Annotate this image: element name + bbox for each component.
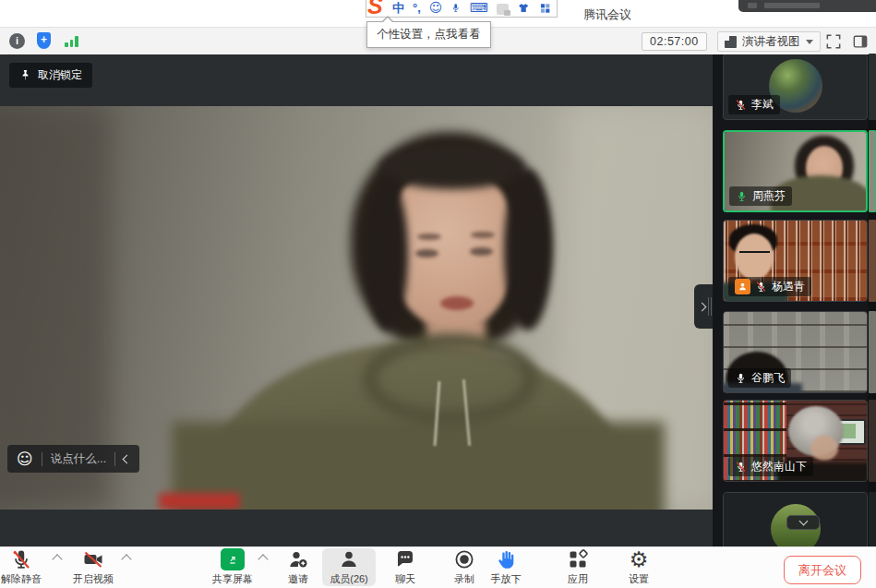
host-badge-icon: [735, 279, 750, 294]
participant-tile-active[interactable]: 周燕芬: [723, 130, 868, 212]
app-title: 腾讯会议: [583, 6, 631, 23]
participant-name: 悠然南山下: [751, 459, 807, 474]
unpin-label: 取消锁定: [38, 67, 82, 83]
chevron-right-icon: [698, 302, 707, 311]
invite-button[interactable]: 邀请: [276, 548, 320, 586]
chevron-down-icon: [798, 517, 808, 526]
meeting-timer: 02:57:00: [642, 32, 707, 51]
participant-name-pill: 杨遇青: [728, 277, 811, 296]
chevron-down-icon: [806, 40, 813, 44]
apps-button[interactable]: 应用: [556, 548, 600, 586]
ime-grid-icon[interactable]: [539, 2, 551, 15]
members-icon: [338, 548, 360, 570]
ime-punct-toggle[interactable]: °,: [413, 1, 421, 15]
members-button[interactable]: 成员(26): [322, 548, 376, 586]
participant-name-pill: 李斌: [728, 95, 780, 114]
ime-mode-toggle[interactable]: 中: [392, 1, 404, 15]
background-window-bar: [738, 0, 876, 12]
network-signal-icon[interactable]: [65, 35, 79, 47]
ime-tooltip: 个性设置，点我看看: [366, 21, 491, 48]
invite-icon: [287, 548, 309, 570]
chat-placeholder[interactable]: 说点什么...: [51, 451, 106, 467]
fullscreen-button[interactable]: [824, 32, 843, 51]
participant-name: 李斌: [751, 97, 774, 113]
participant-tile[interactable]: 杨遇青: [723, 220, 868, 302]
ime-toolbar[interactable]: S 中 °, ☺ ⌨: [366, 0, 558, 18]
settings-button[interactable]: ⚙ 设置: [617, 548, 661, 586]
mic-muted-icon: [10, 548, 32, 570]
participants-sidebar: 李斌 周燕芬 杨遇青: [713, 54, 868, 546]
raised-hand-icon: [495, 548, 517, 570]
participant-name: 谷鹏飞: [751, 370, 785, 386]
ime-keyboard-icon[interactable]: ⌨: [470, 1, 488, 15]
mic-muted-icon: [735, 99, 747, 111]
camera-off-icon: [82, 548, 104, 570]
share-screen-icon: [221, 548, 245, 570]
participant-name: 周燕芬: [752, 188, 786, 204]
scroll-down-button[interactable]: [786, 515, 820, 530]
control-toolbar: [0, 546, 876, 588]
sidebar-overflow-strip: [868, 54, 876, 546]
lower-hand-button[interactable]: 手放下: [481, 548, 531, 586]
view-mode-dropdown[interactable]: 演讲者视图: [717, 31, 821, 52]
participant-name-pill: 周燕芬: [729, 186, 792, 206]
participant-name-pill: 谷鹏飞: [728, 368, 791, 388]
quick-chat-bar[interactable]: ☺ 说点什么...: [7, 445, 139, 473]
meeting-info-icon[interactable]: i: [9, 33, 25, 49]
side-panel-toggle-button[interactable]: [851, 32, 870, 51]
participant-name-pill: 悠然南山下: [728, 457, 813, 476]
participant-tile[interactable]: 李斌: [723, 54, 868, 120]
layout-icon: [725, 36, 737, 48]
collapse-chat-icon[interactable]: [123, 454, 132, 463]
participant-tile[interactable]: 谷鹏飞: [723, 311, 868, 393]
top-strip: S 中 °, ☺ ⌨ 个性设置，点我看看 腾讯会议: [0, 0, 876, 27]
view-mode-label: 演讲者视图: [742, 34, 800, 50]
sidebar-collapse-handle[interactable]: [694, 284, 713, 329]
meeting-window: S 中 °, ☺ ⌨ 个性设置，点我看看 腾讯会议 i + 02:57:00 演…: [0, 0, 876, 588]
mic-muted-icon: [755, 281, 767, 293]
unmute-button[interactable]: 解除静音: [0, 548, 45, 586]
unpin-button[interactable]: 取消锁定: [9, 63, 92, 88]
ime-toolbox-icon[interactable]: [497, 4, 509, 15]
ime-skin-icon[interactable]: [517, 2, 530, 15]
record-button[interactable]: 录制: [442, 548, 486, 586]
security-shield-icon[interactable]: +: [37, 32, 51, 49]
participant-name: 杨遇青: [772, 279, 805, 294]
chat-button[interactable]: 聊天: [383, 548, 427, 586]
drag-grip: [708, 297, 712, 316]
record-icon: [453, 548, 475, 570]
ime-emoji-icon[interactable]: ☺: [429, 1, 443, 15]
leave-meeting-button[interactable]: 离开会议: [784, 556, 861, 584]
emoji-icon[interactable]: ☺: [17, 451, 33, 467]
mic-on-icon: [735, 372, 747, 384]
participant-tile[interactable]: 悠然南山下: [723, 400, 868, 482]
mic-speaking-icon: [736, 190, 748, 202]
chat-icon: [394, 548, 416, 570]
pin-icon: [19, 69, 31, 81]
share-screen-button[interactable]: 共享屏幕: [209, 548, 257, 586]
gear-icon: ⚙: [630, 548, 649, 570]
mic-muted-icon: [735, 461, 747, 473]
main-stage: 取消锁定 ☺ 说点什么...: [0, 54, 713, 546]
ime-voice-icon[interactable]: [450, 1, 461, 15]
start-video-button[interactable]: 开启视频: [69, 548, 117, 586]
apps-icon: [567, 548, 589, 570]
